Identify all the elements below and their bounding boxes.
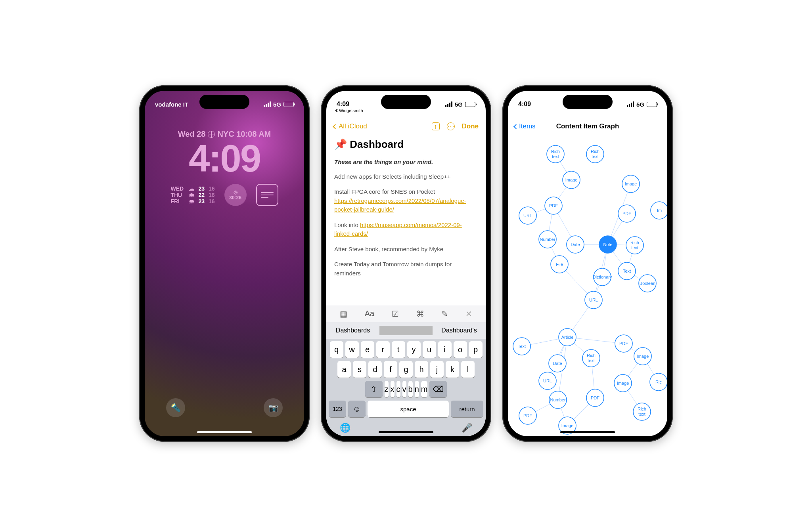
textformat-icon[interactable]: Aa — [365, 309, 374, 318]
signal-icon — [627, 101, 634, 107]
key-n[interactable]: n — [415, 381, 419, 397]
graph-node[interactable]: Image — [563, 171, 580, 189]
key-z[interactable]: z — [385, 381, 389, 397]
note-content[interactable]: 📌 Dashboard These are the things on your… — [326, 134, 486, 305]
svg-text:PDF: PDF — [591, 395, 599, 400]
suggestion[interactable]: Dashboards — [326, 327, 379, 334]
graph-node[interactable]: Image — [622, 175, 640, 193]
key-g[interactable]: g — [399, 361, 413, 378]
timer-widget[interactable]: ◷ 30:26 — [224, 184, 247, 206]
close-toolbar-icon[interactable]: ✕ — [465, 309, 472, 319]
graph-node[interactable]: Richtext — [633, 403, 651, 420]
graph-node[interactable]: Note — [599, 236, 617, 253]
emoji-key[interactable]: ☺ — [348, 401, 366, 417]
graph-node[interactable]: Article — [559, 328, 576, 346]
checklist-icon[interactable]: ☑ — [392, 309, 399, 319]
mic-icon[interactable]: 🎤 — [462, 423, 472, 433]
flashlight-button[interactable]: 🔦 — [166, 398, 185, 417]
space-key[interactable]: space — [368, 401, 449, 417]
camera-icon: 📷 — [268, 403, 278, 412]
graph-node[interactable]: PDF — [586, 389, 604, 407]
svg-text:Article: Article — [561, 335, 574, 340]
camera-button[interactable]: 📷 — [264, 398, 283, 417]
back-to-app[interactable]: Widgetsmith — [336, 108, 363, 113]
graph-node[interactable]: Richtext — [626, 237, 643, 254]
key-o[interactable]: o — [454, 341, 467, 358]
dynamic-island — [563, 95, 613, 109]
key-k[interactable]: k — [446, 361, 459, 378]
graph-node[interactable]: Richtext — [547, 145, 564, 163]
graph-node[interactable]: Ric — [650, 373, 667, 391]
graph-node[interactable]: PDF — [519, 407, 536, 424]
key-d[interactable]: d — [368, 361, 382, 378]
key-i[interactable]: i — [438, 341, 452, 358]
key-s[interactable]: s — [353, 361, 366, 378]
globe-icon — [208, 131, 215, 138]
globe-icon[interactable]: 🌐 — [340, 423, 350, 433]
key-c[interactable]: c — [396, 381, 400, 397]
graph-node[interactable]: URL — [539, 372, 556, 390]
more-icon[interactable]: ⋯ — [447, 122, 455, 130]
key-p[interactable]: p — [469, 341, 483, 358]
content-graph[interactable]: RichtextRichtextImageImagePDFURLPDFImNum… — [508, 126, 667, 435]
key-l[interactable]: l — [461, 361, 475, 378]
back-button[interactable]: All iCloud — [333, 122, 367, 130]
key-u[interactable]: u — [423, 341, 436, 358]
home-indicator[interactable] — [379, 431, 433, 433]
home-indicator[interactable] — [197, 431, 252, 433]
graph-node[interactable]: Number — [549, 391, 567, 409]
weather-widget[interactable]: WED☁2316 THU🌧2216 FRI🌧2316 — [170, 185, 214, 204]
signal-icon — [445, 101, 452, 107]
note-line: Look into https://museapp.com/memos/2022… — [334, 221, 478, 239]
numbers-key[interactable]: 123 — [329, 401, 346, 417]
key-q[interactable]: q — [330, 341, 343, 358]
camera-icon[interactable]: ⌘ — [416, 309, 424, 319]
key-j[interactable]: j — [430, 361, 444, 378]
graph-node[interactable]: URL — [585, 291, 602, 309]
return-key[interactable]: return — [451, 401, 483, 417]
suggestion[interactable]: Dashboard's — [433, 327, 486, 334]
signal-icon — [264, 101, 271, 107]
graph-node[interactable]: Date — [567, 236, 584, 253]
graph-node[interactable]: PDF — [615, 335, 632, 352]
graph-node[interactable]: File — [551, 256, 568, 273]
home-indicator[interactable] — [560, 431, 615, 433]
note-link[interactable]: https://retrogamecorps.com/2022/08/07/an… — [334, 197, 466, 213]
graph-node[interactable]: Dictionary — [593, 268, 612, 286]
shift-key[interactable]: ⇧ — [365, 381, 383, 397]
graph-node[interactable]: Date — [549, 355, 566, 372]
graph-node[interactable]: Text — [513, 338, 530, 355]
graph-node[interactable]: URL — [519, 207, 536, 224]
done-button[interactable]: Done — [462, 122, 479, 130]
share-icon[interactable]: ↑ — [432, 122, 440, 130]
keyboard: qwertyuiop asdfghjkl ⇧ zxcvbnm ⌫ 123 ☺ s… — [326, 339, 486, 436]
key-y[interactable]: y — [407, 341, 421, 358]
key-w[interactable]: w — [345, 341, 359, 358]
key-t[interactable]: t — [392, 341, 405, 358]
svg-text:PDF: PDF — [549, 203, 558, 208]
key-m[interactable]: m — [421, 381, 428, 397]
graph-node[interactable]: Richtext — [586, 145, 604, 163]
graph-node[interactable]: Image — [634, 348, 651, 365]
table-icon[interactable]: ▦ — [340, 309, 347, 319]
key-v[interactable]: v — [402, 381, 406, 397]
graph-node[interactable]: Boolean — [639, 275, 656, 292]
key-b[interactable]: b — [408, 381, 413, 397]
graph-node[interactable]: Text — [618, 262, 636, 280]
graph-node[interactable]: PDF — [618, 205, 636, 222]
graph-node[interactable]: Number — [539, 231, 556, 248]
graph-node[interactable]: PDF — [545, 197, 562, 214]
markup-icon[interactable]: ✎ — [441, 309, 448, 319]
key-x[interactable]: x — [391, 381, 395, 397]
key-r[interactable]: r — [376, 341, 390, 358]
graph-node[interactable]: Richtext — [582, 349, 600, 367]
svg-text:Im: Im — [657, 208, 662, 213]
key-h[interactable]: h — [415, 361, 428, 378]
graph-node[interactable]: Im — [651, 202, 667, 219]
notes-widget[interactable] — [256, 184, 278, 206]
key-f[interactable]: f — [384, 361, 397, 378]
graph-node[interactable]: Image — [614, 374, 632, 392]
key-a[interactable]: a — [337, 361, 351, 378]
delete-key[interactable]: ⌫ — [429, 381, 447, 397]
key-e[interactable]: e — [361, 341, 374, 358]
